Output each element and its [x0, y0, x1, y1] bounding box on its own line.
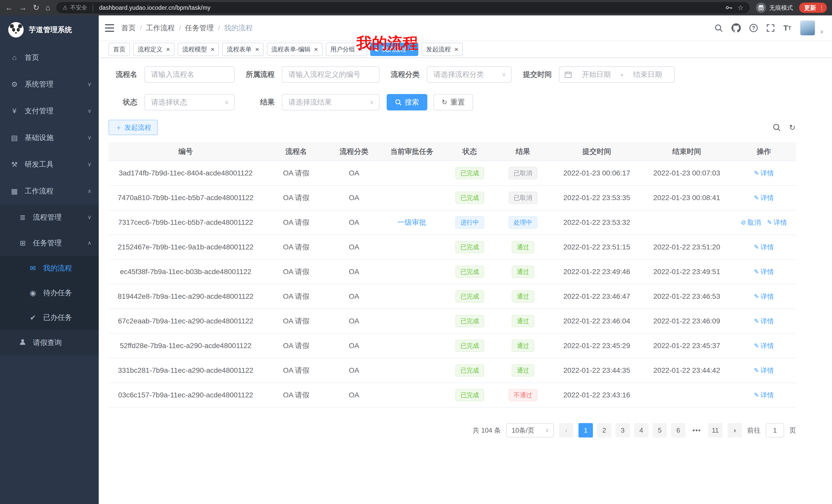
detail-action-link[interactable]: ✎详情: [754, 193, 774, 202]
tools-icon: ⚒: [10, 160, 19, 169]
update-label: 更新: [804, 4, 816, 12]
update-button[interactable]: 更新 ⋮: [799, 3, 827, 13]
fullscreen-icon[interactable]: [766, 24, 775, 32]
app-logo[interactable]: 芋道管理系统: [0, 16, 99, 44]
browser-back-icon[interactable]: ←: [5, 4, 13, 11]
goto-page-input[interactable]: [766, 423, 784, 438]
search-button[interactable]: 搜索: [387, 94, 427, 110]
search-icon[interactable]: [714, 24, 723, 32]
page-button-4[interactable]: 4: [634, 423, 648, 438]
prev-page-button[interactable]: ‹: [559, 423, 573, 438]
tab-首页[interactable]: 首页: [108, 43, 130, 56]
close-icon[interactable]: ×: [314, 46, 318, 53]
sidebar-menu: ⌂首页⚙系统管理∨¥支付管理∨▤基础设施∨⚒研发工具∨▦工作流程∧≣流程管理∨⊞…: [0, 44, 99, 504]
close-icon[interactable]: ×: [255, 46, 259, 53]
sidebar-item-待办任务[interactable]: ◉待办任务: [0, 281, 99, 305]
detail-action-link[interactable]: ✎详情: [754, 268, 774, 276]
page-button-5[interactable]: 5: [653, 423, 667, 438]
parent-process-input[interactable]: [282, 66, 380, 83]
detail-action-link[interactable]: ✎详情: [767, 218, 787, 227]
sidebar-item-任务管理[interactable]: ⊞任务管理∧: [0, 230, 99, 256]
page-button-2[interactable]: 2: [597, 423, 612, 438]
kebab-menu-icon[interactable]: ⋮: [818, 4, 825, 11]
sidebar-item-我的流程[interactable]: ✉我的流程: [0, 256, 99, 281]
category-select-placeholder: 请选择流程分类: [434, 69, 484, 79]
sidebar-item-首页[interactable]: ⌂首页: [0, 44, 99, 71]
detail-action-link[interactable]: ✎详情: [754, 317, 774, 326]
breadcrumb-item-工作流程[interactable]: 工作流程: [146, 23, 175, 33]
tab-流程表单[interactable]: 流程表单×: [222, 43, 263, 56]
key-icon[interactable]: [725, 4, 732, 11]
filter-label-result: 结果: [242, 97, 275, 107]
status-select[interactable]: 请选择状态 ∨: [145, 94, 234, 110]
cell-current-task: [379, 259, 445, 284]
font-size-icon[interactable]: TT: [783, 24, 791, 32]
category-select[interactable]: 请选择流程分类 ∨: [427, 66, 512, 83]
help-icon[interactable]: ?: [750, 24, 758, 32]
table-row: 7317cec6-7b9b-11ec-b5b7-acde48001122OA 请…: [108, 210, 796, 235]
hamburger-icon[interactable]: [105, 24, 114, 32]
result-select[interactable]: 请选择流结果 ∨: [282, 94, 380, 110]
page-button-6[interactable]: 6: [671, 423, 685, 438]
sidebar-item-系统管理[interactable]: ⚙系统管理∨: [0, 71, 99, 97]
detail-action-link[interactable]: ✎详情: [754, 341, 774, 351]
detail-action-link[interactable]: ✎详情: [754, 391, 774, 400]
search-toggle-icon[interactable]: [773, 123, 781, 132]
cell-end-time: [642, 210, 732, 235]
detail-action-link[interactable]: ✎详情: [754, 169, 774, 178]
filter-label-process-name: 流程名: [108, 69, 137, 79]
close-icon[interactable]: ×: [454, 46, 458, 53]
process-name-input[interactable]: [145, 66, 234, 83]
submit-time-range-picker[interactable]: 开始日期 - 结束日期: [559, 66, 675, 83]
tab-发起流程[interactable]: 发起流程×: [421, 43, 463, 56]
close-icon[interactable]: ×: [166, 46, 170, 53]
cell-current-task: 一级审批: [379, 210, 445, 235]
not-secure-warning[interactable]: ⚠ 不安全: [62, 4, 87, 11]
sidebar-item-支付管理[interactable]: ¥支付管理∨: [0, 97, 99, 124]
current-task-link[interactable]: 一级审批: [397, 218, 426, 226]
sidebar-item-label: 请假查询: [33, 338, 62, 347]
page-button-11[interactable]: 11: [708, 423, 723, 438]
tab-流程模型[interactable]: 流程模型×: [178, 43, 219, 56]
detail-action-link[interactable]: ✎详情: [754, 243, 774, 252]
status-badge: 进行中: [455, 216, 484, 229]
tab-流程表单-编辑[interactable]: 流程表单-编辑×: [267, 43, 323, 56]
close-icon[interactable]: ×: [211, 46, 214, 53]
refresh-table-icon[interactable]: ↻: [789, 123, 796, 132]
page-size-select[interactable]: 10条/页 ∨: [506, 423, 554, 438]
sidebar-item-请假查询[interactable]: 请假查询: [0, 330, 99, 356]
sidebar: 芋道管理系统 ⌂首页⚙系统管理∨¥支付管理∨▤基础设施∨⚒研发工具∨▦工作流程∧…: [0, 16, 99, 504]
tab-我的流程[interactable]: 我的流程×: [370, 43, 418, 56]
sidebar-item-已办任务[interactable]: ✔已办任务: [0, 305, 99, 330]
action-label: 详情: [760, 268, 774, 276]
sidebar-item-工作流程[interactable]: ▦工作流程∧: [0, 178, 99, 204]
reset-button[interactable]: ↻ 重置: [434, 94, 473, 110]
create-process-button[interactable]: ＋ 发起流程: [108, 120, 158, 135]
tab-用户分组[interactable]: 用户分组×: [326, 43, 367, 56]
cell-end-time: 2022-01-22 23:46:09: [642, 309, 732, 333]
breadcrumb-item-首页[interactable]: 首页: [121, 23, 136, 33]
sidebar-item-研发工具[interactable]: ⚒研发工具∨: [0, 151, 99, 178]
detail-action-link[interactable]: ✎详情: [754, 366, 774, 375]
tab-流程定义[interactable]: 流程定义×: [133, 43, 175, 56]
cancel-action-link[interactable]: ⊘取消: [741, 218, 761, 227]
sidebar-item-流程管理[interactable]: ≣流程管理∨: [0, 204, 99, 230]
status-badge: 已完成: [455, 364, 484, 376]
page-button-3[interactable]: 3: [616, 423, 630, 438]
browser-home-icon[interactable]: ⌂: [46, 4, 50, 11]
detail-action-link[interactable]: ✎详情: [754, 292, 774, 301]
browser-reload-icon[interactable]: ↻: [33, 4, 39, 11]
browser-forward-icon[interactable]: →: [19, 4, 27, 11]
page-button-1[interactable]: 1: [578, 423, 593, 438]
next-page-button[interactable]: ›: [728, 423, 742, 438]
close-icon[interactable]: ×: [410, 46, 414, 53]
chevron-down-icon: ∨: [545, 427, 549, 433]
breadcrumb-item-任务管理[interactable]: 任务管理: [185, 23, 214, 33]
avatar[interactable]: [800, 20, 815, 36]
chevron-down-icon: ∨: [87, 134, 92, 141]
sidebar-item-基础设施[interactable]: ▤基础设施∨: [0, 124, 99, 151]
bookmark-star-icon[interactable]: ☆: [738, 4, 744, 12]
close-icon[interactable]: ×: [359, 46, 363, 53]
address-bar[interactable]: ⚠ 不安全 │ dashboard.yudao.iocoder.cn/bpm/t…: [56, 2, 750, 13]
github-icon[interactable]: [731, 23, 741, 33]
